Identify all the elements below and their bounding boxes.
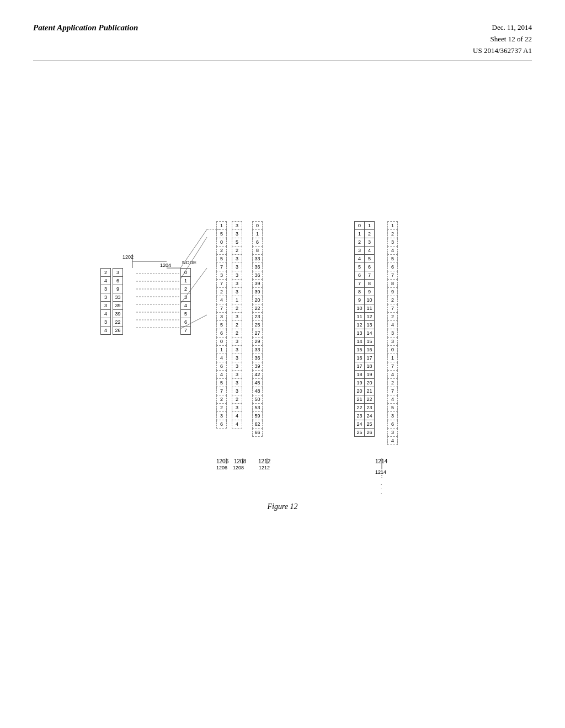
publication-title-text: Patent Application Publication — [33, 23, 138, 32]
table-1208: 3 3 5 2 3 3 3 3 3 1 2 3 2 2 3 3 3 3 3 3 — [232, 221, 242, 429]
publication-title: Patent Application Publication — [33, 22, 138, 34]
svg-text:.: . — [381, 490, 382, 495]
svg-text:1206: 1206 — [216, 465, 227, 470]
table-col2: 3 6 9 33 39 39 22 26 — [113, 268, 123, 335]
table-1214: 1 2 3 4 5 6 7 8 9 2 7 2 4 3 3 0 1 7 4 2 — [387, 221, 398, 445]
table-1206: 1 5 0 2 5 7 3 7 2 4 7 3 5 6 0 1 4 6 4 5 — [216, 221, 227, 429]
patent-number: US 2014/362737 A1 — [473, 45, 532, 57]
table-node-col: 0 1 2 3 4 5 6 7 — [180, 268, 191, 335]
svg-text:1202: 1202 — [122, 254, 134, 260]
diagram-area: 1202 1204 NODE 1206 1208 1212 1214 — [89, 183, 476, 491]
svg-text:1212: 1212 — [259, 465, 270, 470]
figure-caption-text: Figure 12 — [267, 502, 297, 511]
header-info: Dec. 11, 2014 Sheet 12 of 22 US 2014/362… — [473, 22, 532, 56]
label-1214: 1214 — [375, 458, 387, 464]
figure-caption: Figure 12 — [267, 502, 297, 511]
figure-container: 1202 1204 NODE 1206 1208 1212 1214 — [33, 183, 532, 511]
diagram-svg: 1202 1204 NODE 1206 1208 1212 1214 — [89, 183, 476, 491]
publication-date: Dec. 11, 2014 — [473, 22, 532, 34]
page-header: Patent Application Publication Dec. 11, … — [33, 22, 532, 61]
label-1212: 1212 — [258, 458, 270, 464]
svg-text:1204: 1204 — [160, 263, 171, 268]
table-right-index: 01 12 23 34 45 56 67 78 89 910 1011 1112… — [354, 221, 375, 437]
label-1208: 1208 — [234, 458, 246, 464]
table-1212: 0 1 6 8 33 36 36 39 39 20 22 23 25 27 29… — [252, 221, 263, 437]
label-1206: 1206 — [216, 458, 228, 464]
page: Patent Application Publication Dec. 11, … — [0, 0, 565, 728]
table-col1: 2 4 3 3 3 4 3 4 — [100, 268, 111, 335]
svg-text:1214: 1214 — [375, 469, 386, 475]
sheet-info: Sheet 12 of 22 — [473, 34, 532, 45]
svg-text:1208: 1208 — [233, 465, 244, 470]
